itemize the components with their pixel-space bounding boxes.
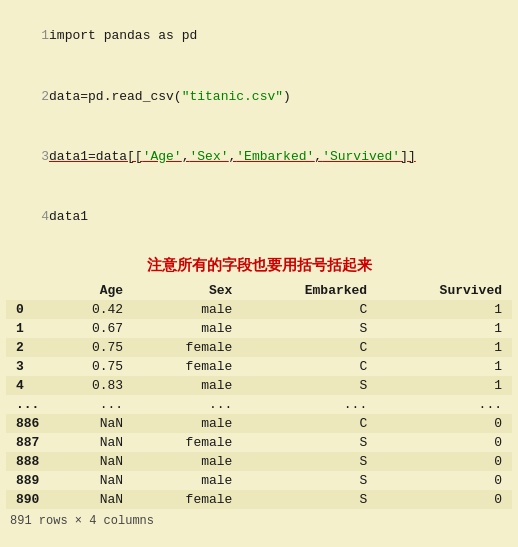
row-index: 888 [6,452,49,471]
table-row: 887NaNfemaleS0 [6,433,512,452]
table-row: 890NaNfemaleS0 [6,490,512,509]
row-index: 2 [6,338,49,357]
row-index: 3 [6,357,49,376]
row-cell: 0 [377,433,512,452]
table-row: 886NaNmaleC0 [6,414,512,433]
row-cell: ... [49,395,133,414]
table-row: 30.75femaleC1 [6,357,512,376]
row-cell: S [242,452,377,471]
line-num-3: 3 [41,149,49,164]
row-cell: 0.75 [49,357,133,376]
col-header-age: Age [49,281,133,300]
table-row: 888NaNmaleS0 [6,452,512,471]
row-cell: ... [133,395,242,414]
row-cell: male [133,471,242,490]
row-cell: female [133,490,242,509]
row-cell: female [133,433,242,452]
code-line-1: 1import pandas as pd [10,6,508,66]
table-row: ............... [6,395,512,414]
row-cell: C [242,414,377,433]
line-num-4: 4 [41,209,49,224]
row-cell: male [133,414,242,433]
code-read-csv: data=pd.read_csv("titanic.csv") [49,89,291,104]
row-cell: ... [242,395,377,414]
row-index: 890 [6,490,49,509]
row-cell: 1 [377,376,512,395]
col-header-index [6,281,49,300]
line-num-2: 2 [41,89,49,104]
note-line: 注意所有的字段也要用括号括起来 [0,252,518,281]
row-cell: NaN [49,471,133,490]
data-table: Age Sex Embarked Survived 00.42maleC110.… [6,281,512,509]
row-cell: 0.67 [49,319,133,338]
data-table-wrapper: Age Sex Embarked Survived 00.42maleC110.… [0,281,518,509]
table-header-row: Age Sex Embarked Survived [6,281,512,300]
row-cell: 1 [377,319,512,338]
row-cell: C [242,357,377,376]
table-row: 20.75femaleC1 [6,338,512,357]
row-cell: NaN [49,490,133,509]
table-row: 10.67maleS1 [6,319,512,338]
row-cell: male [133,319,242,338]
row-index: 1 [6,319,49,338]
row-cell: 0.83 [49,376,133,395]
row-cell: S [242,376,377,395]
row-cell: male [133,452,242,471]
code-line-3: 3data1=data[['Age','Sex','Embarked','Sur… [10,127,508,187]
row-cell: 0 [377,471,512,490]
row-cell: female [133,357,242,376]
row-cell: C [242,338,377,357]
row-cell: 0.42 [49,300,133,319]
row-cell: 1 [377,357,512,376]
row-index: 886 [6,414,49,433]
code-data1: data1=data[['Age','Sex','Embarked','Surv… [49,149,416,164]
table-row: 889NaNmaleS0 [6,471,512,490]
col-header-survived: Survived [377,281,512,300]
row-cell: S [242,433,377,452]
line-num-1: 1 [41,28,49,43]
row-index: 887 [6,433,49,452]
row-cell: male [133,376,242,395]
row-index: 0 [6,300,49,319]
row-cell: 0 [377,490,512,509]
row-cell: S [242,471,377,490]
row-cell: S [242,319,377,338]
row-cell: male [133,300,242,319]
row-cell: 0.75 [49,338,133,357]
code-section: 1import pandas as pd 2data=pd.read_csv("… [0,0,518,252]
row-index: 4 [6,376,49,395]
row-cell: NaN [49,452,133,471]
code-import: import pandas as pd [49,28,197,43]
col-header-embarked: Embarked [242,281,377,300]
row-cell: C [242,300,377,319]
row-index: ... [6,395,49,414]
table-row: 00.42maleC1 [6,300,512,319]
code-data1-var: data1 [49,209,88,224]
row-cell: S [242,490,377,509]
row-cell: 0 [377,452,512,471]
table-row: 40.83maleS1 [6,376,512,395]
row-cell: 0 [377,414,512,433]
row-cell: NaN [49,433,133,452]
row-cell: ... [377,395,512,414]
code-line-4: 4data1 [10,187,508,247]
row-cell: 1 [377,338,512,357]
footer-text: 891 rows × 4 columns [0,509,518,533]
row-cell: female [133,338,242,357]
row-cell: NaN [49,414,133,433]
row-cell: 1 [377,300,512,319]
col-header-sex: Sex [133,281,242,300]
code-line-2: 2data=pd.read_csv("titanic.csv") [10,66,508,126]
row-index: 889 [6,471,49,490]
